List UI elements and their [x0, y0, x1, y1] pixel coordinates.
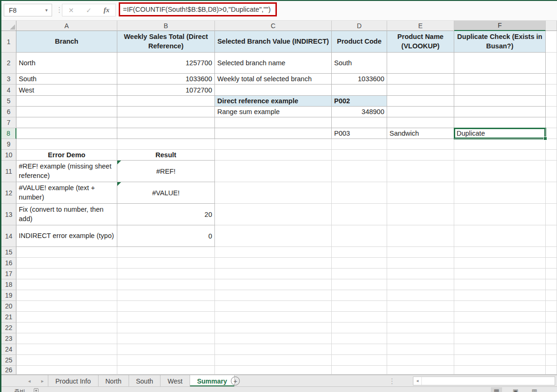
- cell-C8[interactable]: [215, 128, 332, 139]
- cell-D23[interactable]: [332, 333, 387, 344]
- cell-F25[interactable]: [454, 355, 546, 366]
- enter-icon[interactable]: ✓: [86, 7, 92, 14]
- cell-C21[interactable]: [215, 312, 332, 323]
- column-header-F[interactable]: F: [454, 21, 546, 31]
- cell-A24[interactable]: [16, 344, 117, 355]
- cell-A21[interactable]: [16, 312, 117, 323]
- cell-D20[interactable]: [332, 301, 387, 312]
- cell-G18[interactable]: [546, 279, 557, 290]
- cell-G1[interactable]: [546, 31, 557, 53]
- cell-B24[interactable]: [117, 344, 215, 355]
- cell-D22[interactable]: [332, 323, 387, 333]
- cell-B11[interactable]: #REF!: [117, 161, 215, 182]
- cell-F6[interactable]: [454, 107, 546, 117]
- cell-E15[interactable]: [387, 247, 454, 258]
- normal-view-icon[interactable]: ▦: [491, 387, 502, 392]
- row-header-4[interactable]: 4: [1, 85, 16, 96]
- cell-G20[interactable]: [546, 301, 557, 312]
- cell-G19[interactable]: [546, 290, 557, 301]
- cell-E16[interactable]: [387, 258, 454, 269]
- cell-G26[interactable]: [546, 366, 557, 375]
- cell-C20[interactable]: [215, 301, 332, 312]
- cell-F19[interactable]: [454, 290, 546, 301]
- cell-G16[interactable]: [546, 258, 557, 269]
- cell-G3[interactable]: [546, 74, 557, 85]
- cell-A1[interactable]: Branch: [16, 31, 117, 53]
- cell-E1[interactable]: Product Name (VLOOKUP): [387, 31, 454, 53]
- cell-A10[interactable]: Error Demo: [16, 150, 117, 161]
- cell-E8[interactable]: Sandwich: [387, 128, 454, 139]
- cell-C24[interactable]: [215, 344, 332, 355]
- cell-A13[interactable]: Fix (convert to number, then add): [16, 204, 117, 225]
- horizontal-scrollbar[interactable]: ◄: [413, 377, 555, 385]
- sheet-nav-right-icon[interactable]: ►: [40, 375, 45, 387]
- cell-F24[interactable]: [454, 344, 546, 355]
- cell-D10[interactable]: [332, 150, 387, 161]
- cell-G8[interactable]: [546, 128, 557, 139]
- row-header-13[interactable]: 13: [1, 204, 16, 225]
- tab-product-info[interactable]: Product Info: [48, 375, 99, 387]
- row-header-12[interactable]: 12: [1, 182, 16, 204]
- row-header-21[interactable]: 21: [1, 312, 16, 323]
- sheet-nav-left-icon[interactable]: ◄: [27, 375, 31, 387]
- cell-D1[interactable]: Product Code: [332, 31, 387, 53]
- cell-B9[interactable]: [117, 139, 215, 150]
- cell-E5[interactable]: [387, 96, 454, 107]
- cell-B10[interactable]: Result: [117, 150, 215, 161]
- cell-B26[interactable]: [117, 366, 215, 375]
- cell-E26[interactable]: [387, 366, 454, 375]
- column-header-C[interactable]: C: [215, 21, 332, 31]
- cell-E17[interactable]: [387, 269, 454, 279]
- cell-C13[interactable]: [215, 204, 332, 225]
- cell-B8[interactable]: [117, 128, 215, 139]
- cell-F15[interactable]: [454, 247, 546, 258]
- macro-record-icon[interactable]: [34, 388, 38, 392]
- cell-A4[interactable]: West: [16, 85, 117, 96]
- cell-F26[interactable]: [454, 366, 546, 375]
- tab-summary[interactable]: Summary: [190, 375, 235, 387]
- tab-north[interactable]: North: [99, 375, 129, 387]
- column-header-D[interactable]: D: [332, 21, 387, 31]
- cell-B4[interactable]: 1072700: [117, 85, 215, 96]
- cell-D19[interactable]: [332, 290, 387, 301]
- row-header-3[interactable]: 3: [1, 74, 16, 85]
- cell-E12[interactable]: [387, 182, 454, 204]
- cell-D14[interactable]: [332, 225, 387, 247]
- cell-D8[interactable]: P003: [332, 128, 387, 139]
- cell-B25[interactable]: [117, 355, 215, 366]
- cell-B14[interactable]: 0: [117, 225, 215, 247]
- name-box[interactable]: F8 ▾: [4, 4, 52, 16]
- cell-G15[interactable]: [546, 247, 557, 258]
- column-header-partial[interactable]: [546, 21, 557, 31]
- cell-G23[interactable]: [546, 333, 557, 344]
- row-header-19[interactable]: 19: [1, 290, 16, 301]
- cell-B18[interactable]: [117, 279, 215, 290]
- cell-C18[interactable]: [215, 279, 332, 290]
- cell-E7[interactable]: [387, 117, 454, 128]
- cell-B20[interactable]: [117, 301, 215, 312]
- cell-B17[interactable]: [117, 269, 215, 279]
- cell-D24[interactable]: [332, 344, 387, 355]
- cell-A19[interactable]: [16, 290, 117, 301]
- cell-F20[interactable]: [454, 301, 546, 312]
- row-header-15[interactable]: 15: [1, 247, 16, 258]
- cell-E2[interactable]: [387, 53, 454, 74]
- cell-G2[interactable]: [546, 53, 557, 74]
- row-header-9[interactable]: 9: [1, 139, 16, 150]
- cell-E25[interactable]: [387, 355, 454, 366]
- cell-C12[interactable]: [215, 182, 332, 204]
- cell-G10[interactable]: [546, 150, 557, 161]
- cell-F7[interactable]: [454, 117, 546, 128]
- cell-C5[interactable]: Direct reference example: [215, 96, 332, 107]
- cell-D13[interactable]: [332, 204, 387, 225]
- column-header-B[interactable]: B: [117, 21, 215, 31]
- cell-C9[interactable]: [215, 139, 332, 150]
- cell-D2[interactable]: South: [332, 53, 387, 74]
- cell-G14[interactable]: [546, 225, 557, 247]
- cell-F13[interactable]: [454, 204, 546, 225]
- cell-G17[interactable]: [546, 269, 557, 279]
- cell-A12[interactable]: #VALUE! example (text + number): [16, 182, 117, 204]
- cell-B12[interactable]: #VALUE!: [117, 182, 215, 204]
- cell-E9[interactable]: [387, 139, 454, 150]
- cell-C26[interactable]: [215, 366, 332, 375]
